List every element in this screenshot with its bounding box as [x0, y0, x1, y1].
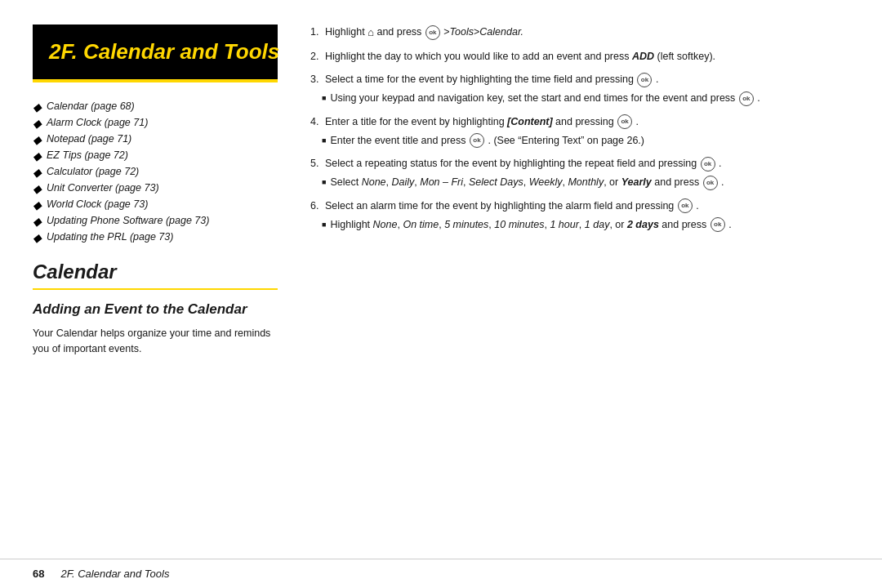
ok-button-icon: ok [617, 114, 632, 129]
toc-bullet: ◆ [33, 198, 42, 212]
step-6-sub-text: Highlight None, On time, 5 minutes, 10 m… [330, 217, 731, 233]
ok-button-icon: ok [710, 217, 725, 232]
ok-button-icon: ok [470, 133, 484, 148]
step-6-text: Select an alarm time for the event by hi… [325, 200, 699, 212]
ok-button-icon: ok [425, 25, 440, 40]
toc-bullet: ◆ [33, 215, 42, 228]
step-6: Select an alarm time for the event by hi… [310, 198, 849, 233]
sub-bullet-icon: ■ [322, 220, 326, 231]
toc-item-9: ◆ Updating the PRL (page 73) [33, 231, 278, 244]
left-column: 2F. Calendar and Tools ◆ Calendar (page … [33, 24, 278, 559]
toc-item-4: ◆ EZ Tips (page 72) [33, 149, 278, 163]
step-3-text: Select a time for the event by highlight… [325, 74, 658, 85]
ok-button-icon: ok [701, 157, 715, 172]
ok-button-icon: ok [637, 73, 652, 87]
toc-item-8: ◆ Updating Phone Software (page 73) [33, 215, 278, 228]
sub-bullet-icon: ■ [322, 136, 326, 147]
ok-button-icon: ok [739, 91, 754, 106]
toc-label: Calendar (page 68) [47, 100, 135, 112]
step-3-sub-text: Using your keypad and navigation key, se… [330, 91, 760, 106]
step-6-sub: ■ Highlight None, On time, 5 minutes, 10… [322, 217, 849, 233]
toc-list: ◆ Calendar (page 68) ◆ Alarm Clock (page… [33, 100, 278, 244]
ok-button-icon: ok [678, 198, 693, 213]
toc-label: Alarm Clock (page 71) [47, 117, 148, 128]
section-divider [33, 288, 278, 290]
sub-bullet-icon: ■ [322, 177, 326, 189]
toc-label: Calculator (page 72) [47, 166, 139, 177]
toc-item-5: ◆ Calculator (page 72) [33, 166, 278, 179]
toc-bullet: ◆ [33, 117, 42, 130]
step-1: Highlight ⌂ and press ok >Tools>Calendar… [310, 24, 849, 41]
step-4-sub: ■ Enter the event title and press ok . (… [322, 133, 849, 149]
toc-bullet: ◆ [33, 166, 42, 179]
toc-label: Notepad (page 71) [47, 133, 131, 145]
step-5-text: Select a repeating status for the event … [325, 158, 722, 169]
chapter-title-box: 2F. Calendar and Tools [33, 24, 278, 82]
step-4-sub-text: Enter the event title and press ok . (Se… [330, 133, 644, 149]
step-3-sub: ■ Using your keypad and navigation key, … [322, 91, 849, 106]
toc-label: Updating Phone Software (page 73) [47, 215, 209, 226]
ok-button-icon: ok [703, 176, 718, 190]
page: 2F. Calendar and Tools ◆ Calendar (page … [0, 0, 882, 588]
step-2-text: Highlight the day to which you would lik… [325, 51, 715, 62]
content-area: 2F. Calendar and Tools ◆ Calendar (page … [0, 0, 882, 559]
toc-bullet: ◆ [33, 100, 42, 114]
intro-text: Your Calendar helps organize your time a… [33, 326, 278, 357]
toc-label: Unit Converter (page 73) [47, 182, 159, 194]
toc-item-6: ◆ Unit Converter (page 73) [33, 182, 278, 195]
step-5: Select a repeating status for the event … [310, 156, 849, 190]
section-title: Calendar [33, 261, 278, 283]
toc-label: Updating the PRL (page 73) [47, 231, 173, 243]
toc-item-7: ◆ World Clock (page 73) [33, 198, 278, 212]
step-2: Highlight the day to which you would lik… [310, 49, 849, 65]
step-5-sub-text: Select None, Daily, Mon – Fri, Select Da… [330, 175, 724, 190]
toc-label: World Clock (page 73) [47, 198, 148, 210]
step-4: Enter a title for the event by highlight… [310, 114, 849, 149]
home-icon: ⌂ [368, 24, 374, 41]
toc-item-3: ◆ Notepad (page 71) [33, 133, 278, 146]
step-4-text: Enter a title for the event by highlight… [325, 116, 639, 127]
right-column: Highlight ⌂ and press ok >Tools>Calendar… [310, 24, 849, 559]
toc-label: EZ Tips (page 72) [47, 149, 128, 161]
footer: 68 2F. Calendar and Tools [0, 559, 882, 588]
sub-bullet-icon: ■ [322, 93, 326, 105]
subsection-title: Adding an Event to the Calendar [33, 301, 278, 318]
toc-item-2: ◆ Alarm Clock (page 71) [33, 117, 278, 130]
footer-title: 2F. Calendar and Tools [60, 568, 169, 580]
step-3: Select a time for the event by highlight… [310, 72, 849, 106]
step-1-text: Highlight ⌂ and press ok >Tools>Calendar… [325, 26, 523, 38]
toc-bullet: ◆ [33, 231, 42, 244]
steps-list: Highlight ⌂ and press ok >Tools>Calendar… [310, 24, 849, 232]
toc-bullet: ◆ [33, 149, 42, 163]
toc-bullet: ◆ [33, 182, 42, 195]
toc-bullet: ◆ [33, 133, 42, 146]
toc-item-1: ◆ Calendar (page 68) [33, 100, 278, 114]
chapter-title: 2F. Calendar and Tools [49, 39, 261, 65]
footer-page-number: 68 [33, 568, 44, 580]
step-5-sub: ■ Select None, Daily, Mon – Fri, Select … [322, 175, 849, 190]
